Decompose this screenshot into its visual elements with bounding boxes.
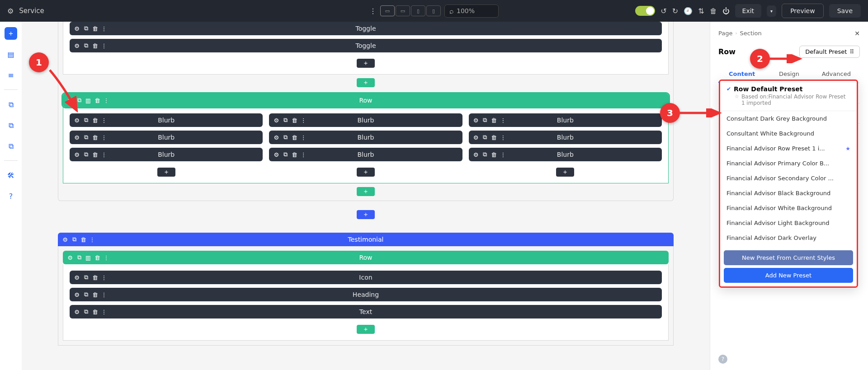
preset-current[interactable]: ✔Row Default Preset ☆Based on:Financial … xyxy=(720,81,857,111)
gear-icon[interactable]: ⚙ xyxy=(73,308,80,315)
add-module-button[interactable]: ＋ xyxy=(357,59,375,68)
trash-icon[interactable]: 🗑 xyxy=(710,7,717,15)
blurb-module[interactable]: ⚙⧉🗑⋮Blurb xyxy=(269,131,462,144)
copy-icon[interactable]: ⧉ xyxy=(82,117,90,124)
blurb-module[interactable]: ⚙⧉🗑⋮Blurb xyxy=(469,113,662,127)
blurb-module[interactable]: ⚙⧉🗑⋮Blurb xyxy=(469,131,662,144)
device-tablet-button[interactable]: ▯ xyxy=(411,5,425,16)
more-icon[interactable]: ⋮ xyxy=(100,25,108,32)
blurb-module[interactable]: ⚙⧉🗑⋮Blurb xyxy=(70,131,263,144)
trash-icon[interactable]: 🗑 xyxy=(94,97,101,104)
add-row-button[interactable]: ＋ xyxy=(357,187,375,196)
columns-icon[interactable]: ▥ xyxy=(85,254,92,261)
more-icon[interactable]: ⋮ xyxy=(103,97,110,104)
toggle-module[interactable]: ⚙ ⧉ 🗑 ⋮ Toggle xyxy=(70,39,662,52)
breadcrumb-section[interactable]: Section xyxy=(740,30,761,37)
row[interactable]: ⚙ ⧉ ▥ 🗑 ⋮ Row xyxy=(63,251,669,264)
preset-item[interactable]: Consultant White Background xyxy=(720,126,857,141)
gear-icon[interactable]: ⚙ xyxy=(472,117,480,124)
row-selected[interactable]: ⚙ ⧉ ▥ 🗑 ⋮ Row xyxy=(63,94,669,107)
copy-icon[interactable]: ⧉ xyxy=(481,134,489,141)
gear-icon[interactable]: ⚙ xyxy=(472,151,480,158)
blurb-module[interactable]: ⚙⧉🗑⋮Blurb xyxy=(70,148,263,161)
zoom-box[interactable]: ⌕ xyxy=(444,5,499,18)
icon-module[interactable]: ⚙⧉🗑⋮Icon xyxy=(70,271,662,284)
gear-icon[interactable]: ⚙ xyxy=(73,117,80,124)
trash-icon[interactable]: 🗑 xyxy=(91,151,99,158)
blurb-module[interactable]: ⚙⧉🗑⋮Blurb xyxy=(269,148,462,161)
copy-icon[interactable]: ⧉ xyxy=(481,151,489,158)
gear-icon[interactable]: ⚙ xyxy=(73,274,80,281)
more-icon[interactable]: ⋮ xyxy=(300,117,307,124)
trash-icon[interactable]: 🗑 xyxy=(91,134,99,141)
more-icon[interactable]: ⋮ xyxy=(300,134,307,141)
tools-icon[interactable]: 🛠 xyxy=(5,169,17,182)
gear-icon[interactable]: ⚙ xyxy=(61,236,69,243)
preset-dropdown-button[interactable]: Default Preset ⠿ xyxy=(799,46,860,58)
gear-icon[interactable]: ⚙ xyxy=(73,42,80,49)
trash-icon[interactable]: 🗑 xyxy=(291,117,298,124)
trash-icon[interactable]: 🗑 xyxy=(491,117,498,124)
add-module-button[interactable]: ＋ xyxy=(357,168,375,177)
copy-icon[interactable]: ⧉ xyxy=(82,308,90,315)
device-phone-button[interactable]: ▯ xyxy=(426,5,441,16)
add-row-button[interactable]: ＋ xyxy=(357,325,375,334)
copy-icon[interactable]: ⧉ xyxy=(82,25,90,32)
template-icon[interactable]: ⧉ xyxy=(5,98,17,111)
gear-icon[interactable]: ⚙ xyxy=(273,151,280,158)
help-badge-icon[interactable]: ? xyxy=(718,355,727,364)
trash-icon[interactable]: 🗑 xyxy=(80,236,87,243)
add-section-button[interactable]: ＋ xyxy=(357,210,375,219)
more-icon[interactable]: ⋮ xyxy=(100,42,108,49)
trash-icon[interactable]: 🗑 xyxy=(291,134,298,141)
add-button[interactable]: ＋ xyxy=(5,27,17,40)
copy-icon[interactable]: ⧉ xyxy=(481,117,489,124)
gear-icon[interactable]: ⚙ xyxy=(66,97,74,104)
heading-module[interactable]: ⚙⧉🗑⋮Heading xyxy=(70,288,662,301)
blurb-module[interactable]: ⚙⧉🗑⋮Blurb xyxy=(469,148,662,161)
preset-item[interactable]: Financial Advisor Secondary Color ... xyxy=(720,171,857,186)
copy-icon[interactable]: ⧉ xyxy=(282,134,289,141)
preset-item[interactable]: Financial Advisor White Background xyxy=(720,201,857,215)
preview-button[interactable]: Preview xyxy=(782,4,824,18)
gear-icon[interactable]: ⚙ xyxy=(73,291,80,298)
copy-icon[interactable]: ⧉ xyxy=(82,291,90,298)
gear-icon[interactable]: ⚙ xyxy=(273,117,280,124)
device-tablet-landscape-button[interactable]: ▭ xyxy=(396,5,410,16)
columns-icon[interactable]: ▥ xyxy=(85,97,92,104)
copy-icon[interactable]: ⧉ xyxy=(75,254,83,261)
save-button[interactable]: Save xyxy=(829,4,861,18)
power-icon[interactable]: ⏻ xyxy=(722,7,730,15)
gear-icon[interactable]: ⚙ xyxy=(73,134,80,141)
blurb-module[interactable]: ⚙⧉🗑⋮Blurb xyxy=(70,113,263,127)
media-icon[interactable]: ⧉ xyxy=(5,140,17,152)
more-icon[interactable]: ⋮ xyxy=(100,274,108,281)
sort-icon[interactable]: ⇅ xyxy=(698,7,704,15)
more-icon[interactable]: ⋮ xyxy=(500,151,507,158)
library-icon[interactable]: ⧉ xyxy=(5,119,17,131)
more-icon[interactable]: ⋮ xyxy=(300,151,307,158)
copy-icon[interactable]: ⧉ xyxy=(82,42,90,49)
more-icon[interactable]: ⋮ xyxy=(500,117,507,124)
close-icon[interactable]: ✕ xyxy=(854,30,860,37)
preset-item[interactable]: Financial Advisor Light Background xyxy=(720,215,857,230)
more-icon[interactable]: ⋮ xyxy=(89,236,96,243)
toggle-module[interactable]: ⚙ ⧉ 🗑 ⋮ Toggle xyxy=(70,22,662,35)
copy-icon[interactable]: ⧉ xyxy=(75,97,83,104)
history-icon[interactable]: 🕘 xyxy=(684,7,693,15)
more-icon[interactable]: ⋮ xyxy=(100,308,108,315)
copy-icon[interactable]: ⧉ xyxy=(71,236,78,243)
copy-icon[interactable]: ⧉ xyxy=(82,274,90,281)
trash-icon[interactable]: 🗑 xyxy=(91,308,99,315)
more-icon[interactable]: ⋮ xyxy=(100,151,108,158)
gear-icon[interactable]: ⚙ xyxy=(273,134,280,141)
add-row-button[interactable]: ＋ xyxy=(357,78,375,87)
exit-caret-button[interactable]: ▾ xyxy=(767,5,776,17)
preset-item[interactable]: Consultant Dark Grey Background xyxy=(720,111,857,126)
preset-item[interactable]: Financial Advisor Primary Color B... xyxy=(720,156,857,171)
breadcrumb-page[interactable]: Page xyxy=(718,30,732,37)
testimonial-bar[interactable]: ⚙ ⧉ 🗑 ⋮ Testimonial xyxy=(58,233,674,246)
trash-icon[interactable]: 🗑 xyxy=(491,151,498,158)
preset-item[interactable]: Financial Advisor Black Background xyxy=(720,186,857,201)
trash-icon[interactable]: 🗑 xyxy=(91,25,99,32)
